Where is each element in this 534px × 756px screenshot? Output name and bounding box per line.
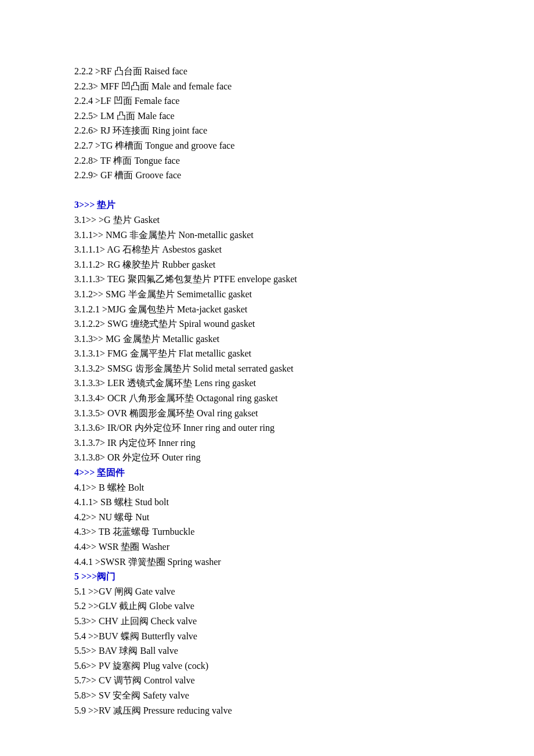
text-line: 3.1.3.2> SMSG 齿形金属垫片 Solid metal serrate…	[74, 361, 534, 376]
text-line: 2.2.9> GF 槽面 Groove face	[74, 168, 534, 183]
text-line: 4.4>> WSR 垫圈 Washer	[74, 539, 534, 555]
text-line: 5.3>> CHV 止回阀 Check valve	[74, 614, 534, 629]
text-line: 3.1.3.8> OR 外定位环 Outer ring	[74, 450, 534, 465]
text-line: 3.1.3.5> OVR 椭圆形金属环垫 Oval ring gakset	[74, 406, 534, 421]
text-line: 3.1.1.2> RG 橡胶垫片 Rubber gasket	[74, 257, 534, 272]
text-line: 2.2.2 >RF 凸台面 Raised face	[74, 64, 534, 79]
text-line: 5.2 >>GLV 截止阀 Globe valve	[74, 599, 534, 614]
text-line: 5.8>> SV 安全阀 Safety valve	[74, 688, 534, 703]
text-line: 5.1 >>GV 闸阀 Gate valve	[74, 584, 534, 599]
section-heading: 4>>> 坚固件	[74, 465, 534, 480]
text-line: 3.1.1.1> AG 石棉垫片 Asbestos gasket	[74, 242, 534, 257]
text-line: 5.9 >>RV 减压阀 Pressure reducing valve	[74, 703, 534, 718]
text-line: 3.1.2.2> SWG 缠绕式垫片 Spiral wound gasket	[74, 316, 534, 332]
section-heading: 3>>> 垫片	[74, 197, 534, 213]
text-line: 3.1.2.1 >MJG 金属包垫片 Meta-jacket gasket	[74, 302, 534, 317]
text-line: 3.1.3.4> OCR 八角形金属环垫 Octagonal ring gask…	[74, 391, 534, 406]
text-line: 3.1.1.3> TEG 聚四氟乙烯包复垫片 PTFE envelope gas…	[74, 272, 534, 287]
text-line: 5.5>> BAV 球阀 Ball valve	[74, 643, 534, 658]
text-line: 2.2.8> TF 榫面 Tongue face	[74, 153, 534, 168]
text-line: 4.1>> B 螺栓 Bolt	[74, 480, 534, 495]
text-line: 4.2>> NU 螺母 Nut	[74, 510, 534, 525]
text-line: 3.1.3.1> FMG 金属平垫片 Flat metallic gasket	[74, 346, 534, 361]
text-line: 3.1.3>> MG 金属垫片 Metallic gasket	[74, 332, 534, 347]
text-line: 4.4.1 >SWSR 弹簧垫圈 Spring washer	[74, 555, 534, 570]
text-line: 3.1.1>> NMG 非金属垫片 Non-metallic gasket	[74, 228, 534, 243]
text-line: 3.1.3.7> IR 内定位环 Inner ring	[74, 435, 534, 451]
text-line: 2.2.5> LM 凸面 Male face	[74, 109, 534, 124]
text-line: 5.7>> CV 调节阀 Control valve	[74, 673, 534, 688]
document-page: 2.2.2 >RF 凸台面 Raised face2.2.3> MFF 凹凸面 …	[0, 0, 534, 756]
text-line: 3.1.3.6> IR/OR 内外定位环 Inner ring and oute…	[74, 420, 534, 435]
text-line: 4.1.1> SB 螺柱 Stud bolt	[74, 495, 534, 510]
text-line: 4.3>> TB 花蓝螺母 Turnbuckle	[74, 524, 534, 539]
text-line: 2.2.3> MFF 凹凸面 Male and female face	[74, 79, 534, 94]
text-line: 3.1.2>> SMG 半金属垫片 Semimetallic gasket	[74, 287, 534, 302]
text-line: 3.1.3.3> LER 透镜式金属环垫 Lens ring gasket	[74, 376, 534, 391]
text-line: 2.2.7 >TG 榫槽面 Tongue and groove face	[74, 138, 534, 153]
section-heading: 5 >>>阀门	[74, 569, 534, 584]
text-line: 5.4 >>BUV 蝶阀 Butterfly valve	[74, 629, 534, 644]
blank-line	[74, 183, 534, 198]
text-line: 2.2.6> RJ 环连接面 Ring joint face	[74, 123, 534, 138]
text-line: 2.2.4 >LF 凹面 Female face	[74, 93, 534, 109]
text-line: 5.6>> PV 旋塞阀 Plug valve (cock)	[74, 658, 534, 674]
text-line: 3.1>> >G 垫片 Gasket	[74, 213, 534, 228]
